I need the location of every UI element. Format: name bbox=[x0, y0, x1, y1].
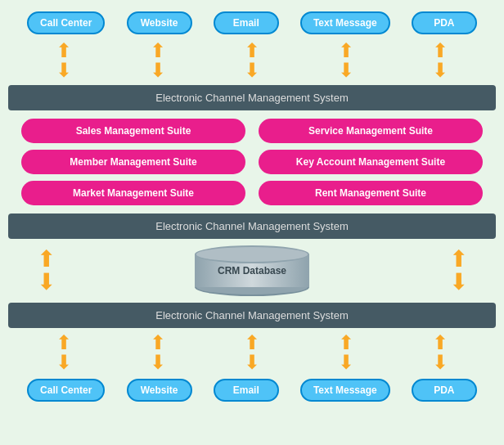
bottom-arrow-row: ⬆ ⬇ ⬆ ⬇ ⬆ ⬇ ⬆ ⬇ ⬆ ⬇ bbox=[8, 330, 496, 375]
bottom-text-message: Text Message bbox=[300, 379, 390, 402]
dark-bar-2: Electronic Channel Management System bbox=[8, 214, 496, 239]
top-website: Website bbox=[127, 11, 192, 34]
top-call-center: Call Center bbox=[27, 11, 105, 34]
arrow-5: ⬆ ⬇ bbox=[432, 41, 448, 80]
b-arrow-1: ⬆ ⬇ bbox=[56, 333, 72, 372]
suite-row-3: Market Management Suite Rent Management … bbox=[21, 181, 483, 205]
b-arrow-3: ⬆ ⬇ bbox=[244, 333, 260, 372]
bottom-email: Email bbox=[214, 379, 279, 402]
crm-top bbox=[195, 245, 309, 263]
key-account-management-suite: Key Account Management Suite bbox=[259, 150, 483, 174]
arrow-2: ⬆ ⬇ bbox=[150, 41, 166, 80]
service-management-suite: Service Management Suite bbox=[259, 119, 483, 143]
sales-management-suite: Sales Management Suite bbox=[21, 119, 245, 143]
right-arrow: ⬆ ⬇ bbox=[434, 248, 483, 294]
bottom-channel-row: Call Center Website Email Text Message P… bbox=[8, 375, 496, 405]
top-email: Email bbox=[214, 11, 279, 34]
bottom-website: Website bbox=[127, 379, 192, 402]
market-management-suite: Market Management Suite bbox=[21, 181, 245, 205]
middle-section: ⬆ ⬇ CRM Database ⬆ ⬇ bbox=[8, 240, 496, 301]
b-arrow-2: ⬆ ⬇ bbox=[150, 333, 166, 372]
bottom-call-center: Call Center bbox=[27, 379, 105, 402]
bottom-pda: PDA bbox=[412, 379, 477, 402]
arrow-1: ⬆ ⬇ bbox=[56, 41, 72, 80]
arrow-3: ⬆ ⬇ bbox=[244, 41, 260, 80]
top-arrow-row: ⬆ ⬇ ⬆ ⬇ ⬆ ⬇ ⬆ ⬇ ⬆ ⬇ bbox=[8, 38, 496, 83]
dark-bar-1: Electronic Channel Management System bbox=[8, 85, 496, 110]
member-management-suite: Member Management Suite bbox=[21, 150, 245, 174]
b-arrow-4: ⬆ ⬇ bbox=[338, 333, 354, 372]
suite-row-2: Member Management Suite Key Account Mana… bbox=[21, 150, 483, 174]
top-text-message: Text Message bbox=[300, 11, 390, 34]
top-channel-row: Call Center Website Email Text Message P… bbox=[8, 8, 496, 38]
crm-center: CRM Database bbox=[70, 245, 434, 296]
dark-bar-3: Electronic Channel Management System bbox=[8, 303, 496, 328]
top-pda: PDA bbox=[412, 11, 477, 34]
crm-database-cylinder: CRM Database bbox=[195, 245, 309, 296]
rent-management-suite: Rent Management Suite bbox=[259, 181, 483, 205]
b-arrow-5: ⬆ ⬇ bbox=[432, 333, 448, 372]
left-arrow: ⬆ ⬇ bbox=[21, 248, 70, 294]
arrow-4: ⬆ ⬇ bbox=[338, 41, 354, 80]
suite-section: Sales Management Suite Service Managemen… bbox=[8, 112, 496, 212]
suite-row-1: Sales Management Suite Service Managemen… bbox=[21, 119, 483, 143]
crm-label: CRM Database bbox=[218, 265, 286, 276]
